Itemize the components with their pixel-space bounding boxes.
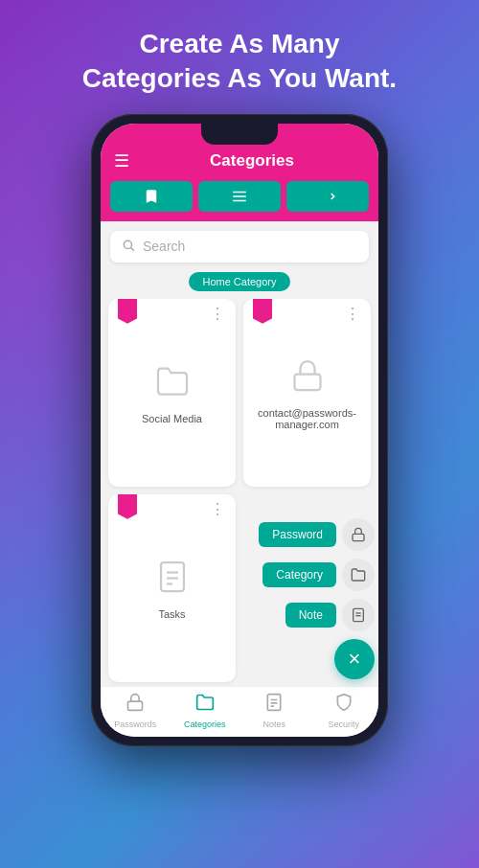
svg-line-4 bbox=[131, 247, 134, 250]
qa-icon-note bbox=[342, 599, 375, 631]
card-dots-social[interactable]: ⋮ bbox=[210, 307, 226, 322]
search-bar[interactable]: Search bbox=[110, 231, 369, 263]
nav-label-categories: Categories bbox=[184, 720, 226, 729]
nav-icon-security bbox=[334, 693, 354, 717]
card-label-tasks: Tasks bbox=[158, 608, 185, 620]
note-icon-tasks bbox=[155, 560, 190, 601]
qa-icon-password bbox=[342, 518, 375, 551]
tab-list[interactable] bbox=[198, 181, 281, 212]
quick-action-note[interactable]: Note bbox=[285, 599, 375, 631]
quick-action-password[interactable]: Password bbox=[259, 518, 375, 551]
qa-label-password: Password bbox=[259, 522, 336, 547]
fab-area: Password Category Note bbox=[259, 518, 375, 679]
nav-passwords[interactable]: Passwords bbox=[101, 693, 171, 729]
nav-categories[interactable]: Categories bbox=[171, 693, 240, 729]
card-dots-tasks[interactable]: ⋮ bbox=[210, 502, 226, 517]
search-placeholder: Search bbox=[143, 239, 185, 254]
tab-sort[interactable] bbox=[286, 181, 369, 212]
bottom-nav: Passwords Categories Notes bbox=[101, 686, 378, 737]
nav-icon-categories bbox=[195, 693, 215, 717]
nav-icon-passwords bbox=[125, 693, 145, 717]
card-bookmark-tasks bbox=[118, 494, 137, 519]
phone-mockup: ☰ Categories Search bbox=[91, 114, 388, 746]
headline: Create As Many Categories As You Want. bbox=[54, 0, 425, 114]
svg-rect-14 bbox=[128, 701, 143, 710]
qa-label-category: Category bbox=[262, 562, 336, 587]
phone-notch bbox=[201, 124, 278, 145]
card-contact[interactable]: ⋮ contact@passwords-manager.com bbox=[243, 299, 371, 487]
tab-bookmark[interactable] bbox=[110, 181, 193, 212]
nav-icon-notes bbox=[264, 693, 284, 717]
quick-action-category[interactable]: Category bbox=[262, 559, 375, 591]
nav-label-passwords: Passwords bbox=[114, 720, 156, 729]
search-icon bbox=[122, 239, 135, 255]
card-tasks[interactable]: ⋮ Tasks bbox=[108, 494, 236, 682]
card-label-social: Social Media bbox=[142, 413, 202, 424]
svg-rect-2 bbox=[233, 200, 246, 202]
folder-icon-social bbox=[155, 364, 190, 405]
nav-notes[interactable]: Notes bbox=[240, 693, 309, 729]
card-dots-contact[interactable]: ⋮ bbox=[345, 307, 361, 322]
home-category-badge: Home Category bbox=[189, 272, 289, 291]
nav-label-security: Security bbox=[328, 720, 359, 729]
nav-label-notes: Notes bbox=[262, 720, 285, 729]
section-label-wrap: Home Category bbox=[101, 272, 378, 291]
lock-icon-contact bbox=[290, 358, 325, 400]
svg-rect-5 bbox=[294, 375, 320, 391]
svg-point-3 bbox=[124, 240, 131, 248]
toolbar-tabs bbox=[101, 181, 378, 221]
app-title: Categories bbox=[139, 151, 365, 171]
qa-icon-category bbox=[342, 559, 375, 591]
card-bookmark-social bbox=[118, 299, 137, 324]
card-label-contact: contact@passwords-manager.com bbox=[253, 407, 361, 430]
qa-label-note: Note bbox=[285, 603, 336, 628]
svg-rect-0 bbox=[233, 192, 246, 194]
nav-security[interactable]: Security bbox=[309, 693, 379, 729]
svg-rect-1 bbox=[233, 195, 246, 197]
svg-rect-10 bbox=[353, 534, 364, 540]
card-social-media[interactable]: ⋮ Social Media bbox=[108, 299, 236, 487]
card-bookmark-contact bbox=[253, 299, 272, 324]
menu-icon[interactable]: ☰ bbox=[114, 150, 129, 171]
fab-close-button[interactable]: × bbox=[334, 639, 375, 679]
svg-rect-6 bbox=[161, 562, 184, 591]
